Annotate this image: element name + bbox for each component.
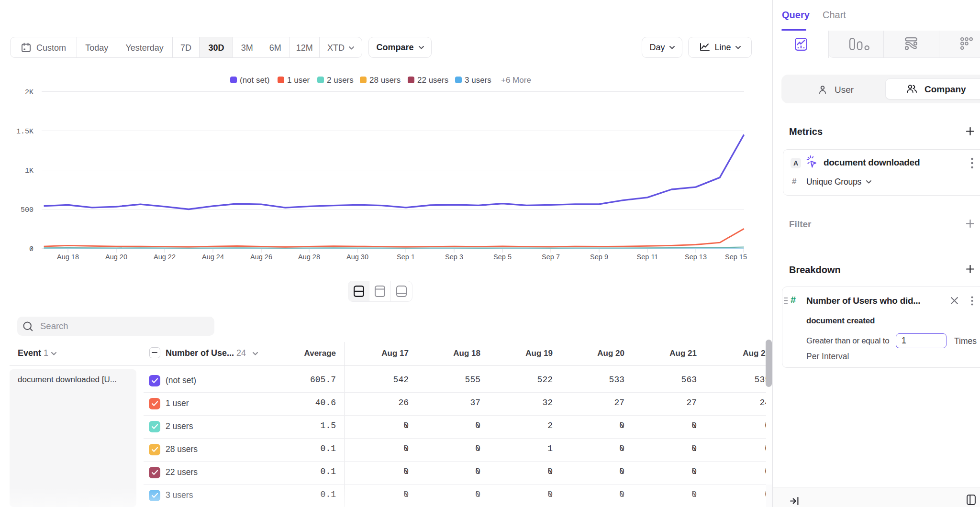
svg-text:1.5K: 1.5K — [16, 128, 33, 136]
svg-text:Sep 7: Sep 7 — [542, 253, 560, 261]
svg-text:1K: 1K — [25, 167, 33, 175]
svg-text:Sep 11: Sep 11 — [637, 253, 658, 261]
svg-text:Sep 9: Sep 9 — [590, 253, 608, 261]
svg-text:Aug 26: Aug 26 — [250, 253, 272, 261]
svg-text:Sep 1: Sep 1 — [397, 253, 415, 261]
svg-text:500: 500 — [21, 206, 33, 214]
svg-text:2K: 2K — [25, 88, 33, 97]
svg-text:Aug 22: Aug 22 — [154, 253, 176, 261]
svg-text:Aug 28: Aug 28 — [298, 253, 320, 261]
svg-text:Sep 5: Sep 5 — [493, 253, 512, 261]
svg-text:Aug 18: Aug 18 — [57, 253, 79, 261]
svg-text:Aug 20: Aug 20 — [105, 253, 127, 261]
svg-text:Sep 15: Sep 15 — [725, 253, 747, 261]
svg-text:Aug 30: Aug 30 — [346, 253, 368, 261]
svg-text:Sep 13: Sep 13 — [685, 253, 707, 261]
svg-text:Sep 3: Sep 3 — [445, 253, 463, 261]
svg-text:Aug 24: Aug 24 — [202, 253, 224, 261]
